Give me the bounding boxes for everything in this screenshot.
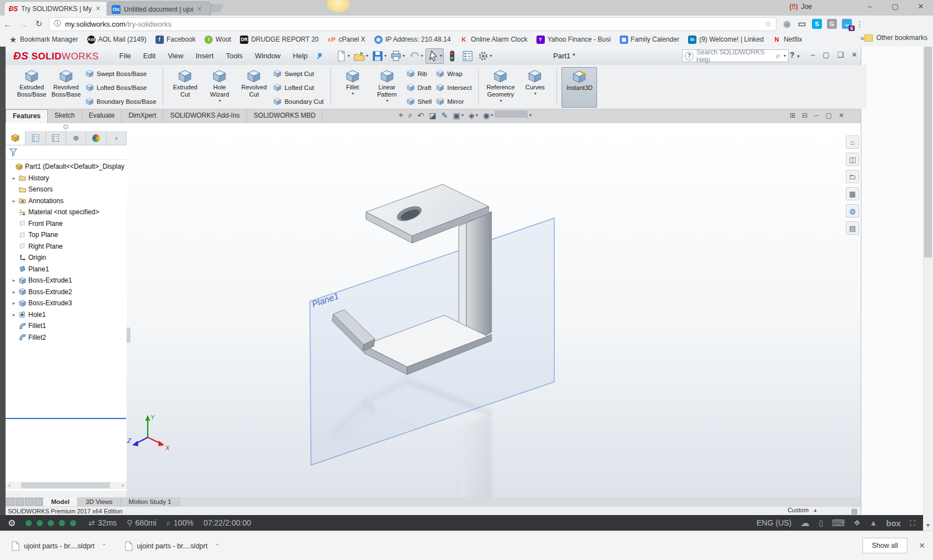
reload-button[interactable]: ↻ bbox=[31, 19, 47, 29]
search-dropdown-icon[interactable]: ▾ bbox=[784, 53, 786, 58]
menu-edit[interactable]: Edit bbox=[138, 49, 160, 62]
menu-file[interactable]: File bbox=[114, 49, 136, 62]
open-button[interactable]: ▾ bbox=[352, 49, 369, 63]
expand-arrow-icon[interactable]: ▸ bbox=[11, 198, 17, 204]
page-scrollbar-thumb[interactable] bbox=[924, 47, 932, 258]
expand-arrow-icon[interactable]: ▸ bbox=[11, 278, 17, 283]
extruded-cut-button[interactable]: ExtrudedCut bbox=[168, 67, 202, 108]
pin-menu-icon[interactable] bbox=[315, 52, 324, 60]
menu-help[interactable]: Help bbox=[288, 49, 313, 62]
wrap-button[interactable]: Wrap bbox=[436, 69, 471, 78]
graphics-viewport[interactable]: Plane1 Y X Z ⌂◫🗀▦◍▤ bbox=[127, 123, 861, 497]
tab-dimxpert[interactable]: DimXpert bbox=[122, 109, 163, 124]
doc-restore-button[interactable]: ▢ bbox=[826, 112, 832, 119]
select-button[interactable]: ▾ bbox=[425, 48, 444, 64]
fillet-button[interactable]: Fillet▾ bbox=[335, 67, 370, 108]
menu-view[interactable]: View bbox=[163, 49, 188, 62]
keyboard-icon[interactable]: ⌨ bbox=[832, 518, 845, 528]
tab-close-icon[interactable]: ✕ bbox=[96, 5, 101, 12]
bookmark-item[interactable]: fFacebook bbox=[152, 34, 199, 45]
custom-properties-icon[interactable]: ▤ bbox=[846, 221, 859, 235]
menu-window[interactable]: Window bbox=[250, 49, 285, 62]
download-item[interactable]: ujoint parts - br....sldprt⌃ bbox=[118, 538, 227, 554]
dropbox-icon[interactable]: ❖ bbox=[854, 518, 861, 527]
download-item[interactable]: ujoint parts - br....sldprt⌃ bbox=[4, 538, 113, 554]
bookmark-item[interactable]: NNetflix bbox=[769, 34, 805, 45]
extension-generic-icon[interactable]: ◉ bbox=[782, 19, 792, 29]
profile-chip[interactable]: (‼) Joe bbox=[789, 3, 812, 11]
menu-insert[interactable]: Insert bbox=[190, 49, 219, 62]
window-restore-button[interactable]: ▢ bbox=[887, 2, 903, 11]
window-close-button[interactable]: ✕ bbox=[913, 2, 929, 11]
download-dropdown-icon[interactable]: ⌃ bbox=[102, 543, 106, 549]
tab-motion-study-1[interactable]: Motion Study 1 bbox=[121, 497, 180, 506]
appearances-scenes-icon[interactable]: ◍ bbox=[846, 204, 859, 218]
dropdown-icon[interactable]: ▾ bbox=[491, 113, 493, 118]
download-dropdown-icon[interactable]: ⌃ bbox=[215, 543, 219, 549]
revolved-cut-button[interactable]: RevolvedCut bbox=[237, 67, 271, 108]
mirror-button[interactable]: Mirror bbox=[436, 97, 471, 105]
doc-close-button[interactable]: ✕ bbox=[839, 112, 844, 119]
instant3d-button[interactable]: Instant3D bbox=[561, 67, 597, 108]
keyboard-language[interactable]: ENG (US) bbox=[756, 518, 791, 527]
panel-expand-tab[interactable]: › bbox=[107, 131, 127, 145]
tree-item-sensors[interactable]: Sensors bbox=[6, 184, 127, 195]
tree-item-right-plane[interactable]: Right Plane bbox=[6, 241, 127, 253]
omnibox[interactable]: ⓘ my.solidworks.com/try-solidworks ☆ bbox=[49, 17, 776, 31]
options-button[interactable]: ▾ bbox=[476, 49, 493, 63]
zoom-to-area-button[interactable]: ⌕ bbox=[408, 110, 413, 120]
doc-tile-button[interactable]: ⊞ bbox=[790, 112, 795, 119]
gdrive-icon[interactable]: ▲ bbox=[870, 518, 877, 527]
bookmark-item[interactable]: DRDRUDGE REPORT 20 bbox=[237, 34, 322, 45]
bookmark-item[interactable]: YYahoo Finance - Busi bbox=[533, 34, 614, 45]
scrollbar-down-arrow[interactable]: ▼ bbox=[923, 521, 933, 531]
boundary-cut-button[interactable]: Boundary Cut bbox=[273, 97, 323, 105]
forward-button[interactable]: → bbox=[16, 19, 31, 29]
sw-search-box[interactable]: ? Search SOLIDWORKS Help ⌕ ▾ bbox=[682, 49, 789, 62]
motion-nav-button-2[interactable] bbox=[16, 498, 24, 506]
sw-maximize-button[interactable]: ❑ bbox=[837, 51, 844, 59]
dropdown-icon[interactable]: ▾ bbox=[462, 113, 464, 118]
doc-minimize-button[interactable]: ─ bbox=[814, 112, 819, 119]
dropdown-icon[interactable]: ▾ bbox=[529, 113, 531, 118]
undo-button-dropdown-icon[interactable]: ▾ bbox=[421, 53, 423, 58]
bookmark-item[interactable]: AolAOL Mail (2149) bbox=[84, 34, 150, 45]
tree-item-plane1[interactable]: Plane1 bbox=[6, 264, 127, 275]
previous-view-button[interactable]: ↶ bbox=[418, 111, 424, 120]
tree-item-history[interactable]: ▸History bbox=[6, 173, 127, 184]
tab-3d-views[interactable]: 3D Views bbox=[78, 497, 121, 506]
expand-arrow-icon[interactable]: ▸ bbox=[11, 175, 17, 181]
tab-solidworks-mbd[interactable]: SOLIDWORKS MBD bbox=[247, 109, 323, 124]
zoom-indicator[interactable]: ⌕100% bbox=[167, 518, 194, 528]
home-icon[interactable]: ⌂ bbox=[846, 135, 859, 149]
expand-arrow-icon[interactable]: ▸ bbox=[11, 289, 17, 295]
save-button[interactable]: ▾ bbox=[370, 49, 388, 63]
dropdown-icon[interactable]: ▾ bbox=[475, 113, 478, 118]
tab-close-icon[interactable]: ✕ bbox=[197, 6, 202, 13]
select-button-dropdown-icon[interactable]: ▾ bbox=[440, 53, 442, 58]
tree-item-boss-extrude2[interactable]: ▸Boss-Extrude2 bbox=[6, 286, 127, 298]
revolved-boss-base-button[interactable]: RevolvedBoss/Base bbox=[49, 67, 83, 108]
sketch-button[interactable]: ✎ bbox=[442, 111, 448, 120]
featuremanager-tab[interactable] bbox=[6, 131, 26, 145]
configurationmanager-tab[interactable] bbox=[46, 131, 66, 145]
browser-tab-2[interactable]: OnUntitled document | ujoi✕ bbox=[107, 2, 211, 17]
motion-nav-button-1[interactable] bbox=[6, 498, 14, 506]
open-button-dropdown-icon[interactable]: ▾ bbox=[366, 53, 368, 58]
cast-icon[interactable]: ▭ bbox=[797, 19, 807, 29]
bookmark-item[interactable]: ▦Family Calender bbox=[616, 34, 683, 45]
tree-item-top-plane[interactable]: Top Plane bbox=[6, 229, 127, 241]
print-button[interactable]: ▾ bbox=[389, 49, 406, 63]
expand-arrow-icon[interactable]: ▸ bbox=[11, 312, 17, 317]
save-button-dropdown-icon[interactable]: ▾ bbox=[384, 53, 387, 58]
print-button-dropdown-icon[interactable]: ▾ bbox=[403, 53, 405, 58]
tree-item-boss-extrude3[interactable]: ▸Boss-Extrude3 bbox=[6, 297, 127, 309]
fillet-dropdown-icon[interactable]: ▾ bbox=[352, 91, 354, 96]
tree-item-fillet1[interactable]: Fillet1 bbox=[6, 320, 127, 332]
linear-pattern-button[interactable]: LinearPattern▾ bbox=[370, 67, 404, 108]
reference-geometry-button[interactable]: ReferenceGeometry▾ bbox=[483, 67, 518, 108]
sw-help-menu[interactable]: ? ▾ bbox=[790, 51, 799, 59]
fullscreen-icon[interactable]: ⛶ bbox=[910, 518, 915, 528]
tab-model[interactable]: Model bbox=[43, 497, 78, 506]
expand-arrow-icon[interactable]: ▸ bbox=[11, 300, 17, 306]
